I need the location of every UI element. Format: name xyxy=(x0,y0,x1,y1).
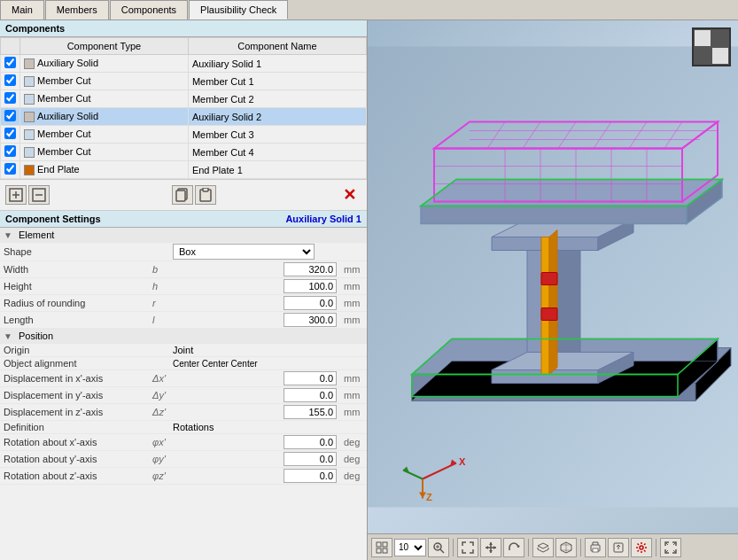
field-value[interactable] xyxy=(169,404,340,421)
settings-field-row: Definition Rotations xyxy=(0,421,367,434)
field-value[interactable] xyxy=(169,261,340,278)
view-rotate-btn[interactable] xyxy=(503,538,524,557)
group-toggle[interactable]: ▼ xyxy=(4,331,12,341)
settings-group-header[interactable]: ▼ Element xyxy=(0,228,367,243)
tab-plausibility[interactable]: Plausibility Check xyxy=(189,0,288,19)
field-label: Object alignment xyxy=(0,357,149,370)
component-row[interactable]: Member Cut Member Cut 4 xyxy=(1,144,367,161)
view-grid-btn[interactable] xyxy=(371,538,392,557)
paste-btn[interactable] xyxy=(195,185,216,205)
svg-rect-64 xyxy=(383,542,387,547)
component-checkbox[interactable] xyxy=(1,144,20,161)
component-color xyxy=(24,165,35,175)
toolbar-sep-1 xyxy=(453,539,454,556)
tab-members[interactable]: Members xyxy=(45,0,109,19)
components-toolbar: ✕ xyxy=(0,179,367,211)
field-symbol: Δy' xyxy=(149,387,169,404)
field-value[interactable] xyxy=(169,451,340,468)
field-input[interactable] xyxy=(284,313,337,327)
component-checkbox[interactable] xyxy=(1,73,20,90)
tab-main[interactable]: Main xyxy=(0,0,44,19)
field-unit: mm xyxy=(340,295,367,312)
svg-line-68 xyxy=(440,549,444,553)
field-input[interactable] xyxy=(284,371,337,385)
field-label: Width xyxy=(0,261,149,278)
view-orientation-cube[interactable] xyxy=(692,27,731,66)
add-component-btn[interactable] xyxy=(5,185,27,205)
component-row[interactable]: Member Cut Member Cut 3 xyxy=(1,126,367,144)
fullscreen-btn[interactable] xyxy=(660,538,681,557)
field-value[interactable] xyxy=(169,295,340,312)
field-input[interactable] xyxy=(284,388,337,402)
group-label: Position xyxy=(19,331,53,341)
main-layout: Components Component Type Component Name… xyxy=(0,20,738,560)
settings-section: Component Settings Auxiliary Solid 1 ▼ E… xyxy=(0,211,367,560)
field-input[interactable] xyxy=(284,405,337,419)
component-row[interactable]: Member Cut Member Cut 2 xyxy=(1,90,367,108)
svg-rect-51 xyxy=(541,308,557,321)
svg-rect-89 xyxy=(593,548,598,552)
view-layers-btn[interactable] xyxy=(532,538,554,557)
field-value[interactable]: Box xyxy=(169,243,367,261)
field-value[interactable] xyxy=(169,468,340,485)
component-row[interactable]: Member Cut Member Cut 1 xyxy=(1,73,367,90)
component-row[interactable]: End Plate End Plate 1 xyxy=(1,161,367,179)
component-checkbox[interactable] xyxy=(1,126,20,144)
group-toggle[interactable]: ▼ xyxy=(4,230,12,240)
component-checkbox[interactable] xyxy=(1,55,20,73)
field-symbol xyxy=(149,344,169,357)
print-btn[interactable] xyxy=(585,538,606,557)
toolbar-sep-4 xyxy=(656,539,656,556)
component-row[interactable]: Auxiliary Solid Auxiliary Solid 1 xyxy=(1,55,367,73)
remove-component-btn[interactable] xyxy=(28,185,50,205)
field-input[interactable] xyxy=(284,262,337,276)
zoom-btn[interactable] xyxy=(428,538,449,557)
field-value[interactable] xyxy=(169,312,340,329)
field-symbol: b xyxy=(149,261,169,278)
component-row[interactable]: Auxiliary Solid Auxiliary Solid 2 xyxy=(1,108,367,126)
field-symbol: Δz' xyxy=(149,404,169,421)
component-checkbox[interactable] xyxy=(1,90,20,108)
field-value: Joint xyxy=(169,344,340,357)
settings-view-btn[interactable] xyxy=(631,538,652,557)
component-color xyxy=(24,58,35,69)
view-3d-btn[interactable] xyxy=(555,538,577,557)
component-name: Member Cut 2 xyxy=(188,90,366,108)
field-input[interactable] xyxy=(284,435,337,449)
field-label: Shape xyxy=(0,243,169,261)
field-value[interactable] xyxy=(169,370,340,387)
svg-point-92 xyxy=(640,546,643,549)
settings-field-row: Displacement in z'-axis Δz' mm xyxy=(0,404,367,421)
field-input[interactable] xyxy=(284,469,337,483)
component-type: Auxiliary Solid xyxy=(20,55,189,73)
copy-btn[interactable] xyxy=(172,185,193,205)
tab-components[interactable]: Components xyxy=(110,0,188,19)
svg-rect-6 xyxy=(176,191,185,201)
component-checkbox[interactable] xyxy=(1,161,20,179)
component-name: Member Cut 3 xyxy=(188,126,366,144)
field-value[interactable] xyxy=(169,278,340,295)
field-value[interactable] xyxy=(169,434,340,451)
export-btn[interactable] xyxy=(608,538,629,557)
field-label: Displacement in z'-axis xyxy=(0,404,149,421)
field-label: Rotation about x'-axis xyxy=(0,434,149,451)
field-unit xyxy=(340,421,367,434)
field-input[interactable] xyxy=(284,296,337,310)
component-type: Member Cut xyxy=(20,126,189,144)
field-label: Radius of rounding xyxy=(0,295,149,312)
3d-view[interactable]: X Z xyxy=(368,20,738,533)
field-value: Rotations xyxy=(169,421,340,434)
settings-group-header[interactable]: ▼ Position xyxy=(0,329,367,344)
field-value[interactable] xyxy=(169,387,340,404)
shape-select[interactable]: Box xyxy=(173,244,315,260)
field-input[interactable] xyxy=(284,452,337,466)
field-symbol xyxy=(149,357,169,370)
component-name: Auxiliary Solid 2 xyxy=(188,108,366,126)
view-move-btn[interactable] xyxy=(480,538,501,557)
left-panel: Components Component Type Component Name… xyxy=(0,20,368,560)
zoom-select[interactable]: 10 xyxy=(394,539,426,556)
view-fit-btn[interactable] xyxy=(457,538,478,557)
field-input[interactable] xyxy=(284,279,337,293)
component-checkbox[interactable] xyxy=(1,108,20,126)
delete-btn[interactable]: ✕ xyxy=(338,183,361,206)
